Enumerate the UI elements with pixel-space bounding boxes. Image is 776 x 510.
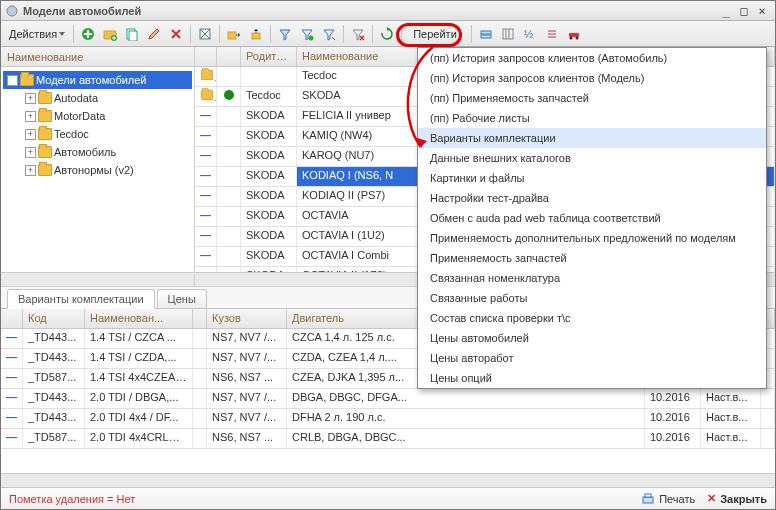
grid-h0[interactable] — [195, 47, 217, 66]
expander-icon[interactable]: + — [25, 165, 36, 176]
tree-item[interactable]: +Автомобиль — [3, 143, 192, 161]
tree-hscroll[interactable] — [1, 272, 194, 286]
svg-rect-14 — [569, 33, 579, 37]
columns-icon[interactable] — [498, 24, 518, 44]
tree-item[interactable]: +Автонормы (v2) — [3, 161, 192, 179]
code-cell: _TD443... — [28, 411, 76, 423]
go-dropdown-menu[interactable]: (пп) История запросов клиентов (Автомоби… — [417, 47, 767, 389]
code-cell: _TD443... — [28, 331, 76, 343]
go-menu-item[interactable]: Применяемость запчастей — [418, 248, 766, 268]
go-menu-item[interactable]: Цены опций — [418, 368, 766, 388]
svg-rect-19 — [645, 494, 651, 497]
expander-icon[interactable]: + — [25, 93, 36, 104]
lh4[interactable]: Кузов — [207, 309, 287, 328]
go-menu-item[interactable]: Применяемость дополнительных предложений… — [418, 228, 766, 248]
model-tree[interactable]: − Модели автомобилей +Autodata+MotorData… — [1, 67, 194, 272]
table-row[interactable]: —_TD587...2.0 TDI 4x4CRLB,...NS6, NS7 ..… — [1, 429, 775, 449]
table-row[interactable]: —_TD443...2.0 TDI / DBGA,...NS7, NV7 /..… — [1, 389, 775, 409]
go-menu-item[interactable]: Связанные работы — [418, 288, 766, 308]
go-menu-item[interactable]: (пп) Применяемость запчастей — [418, 88, 766, 108]
app-window: Модели автомобилей _ □ × Действия Перейт… — [0, 0, 776, 510]
go-menu-item[interactable]: (пп) История запросов клиентов (Автомоби… — [418, 48, 766, 68]
tree-item[interactable]: +MotorData — [3, 107, 192, 125]
item-icon: — — [200, 189, 211, 201]
tree-label: Autodata — [54, 92, 98, 104]
move-icon[interactable] — [224, 24, 244, 44]
minimize-button[interactable]: _ — [717, 4, 735, 18]
settings-icon[interactable] — [476, 24, 496, 44]
grid-h1[interactable] — [217, 47, 241, 66]
copy-icon[interactable] — [122, 24, 142, 44]
expander-icon[interactable]: + — [25, 111, 36, 122]
code-cell: _TD443... — [28, 351, 76, 363]
go-menu-item[interactable]: Связанная номенклатура — [418, 268, 766, 288]
actions-dropdown[interactable]: Действия — [5, 26, 69, 42]
lower-hscroll[interactable] — [1, 473, 775, 487]
level-up-icon[interactable] — [246, 24, 266, 44]
go-menu-item[interactable]: Настройки тест-драйва — [418, 188, 766, 208]
svg-rect-4 — [127, 29, 135, 39]
body-cell: NS7, NV7 /... — [212, 351, 276, 363]
body-cell: NS6, NS7 ... — [212, 371, 273, 383]
car-icon[interactable] — [564, 24, 584, 44]
close-button[interactable]: × — [753, 4, 771, 18]
grid-h2[interactable]: Родите... — [241, 47, 297, 66]
table-row[interactable]: —_TD443...2.0 TDI 4x4 / DF...NS7, NV7 /.… — [1, 409, 775, 429]
go-menu-item[interactable]: (пп) История запросов клиентов (Модель) — [418, 68, 766, 88]
lh3[interactable] — [193, 309, 207, 328]
go-menu-item[interactable]: Обмен с auda pad web таблица соответстви… — [418, 208, 766, 228]
close-form-button[interactable]: ✕ Закрыть — [707, 492, 767, 505]
go-menu-item[interactable]: Состав списка проверки т\с — [418, 308, 766, 328]
folder-icon — [20, 74, 34, 86]
tree-header[interactable]: Наименование — [1, 47, 194, 67]
lh2[interactable]: Наименован... — [85, 309, 193, 328]
print-button[interactable]: Печать — [641, 492, 695, 506]
expander-icon[interactable]: + — [25, 129, 36, 140]
go-menu-item[interactable]: Данные внешних каталогов — [418, 148, 766, 168]
add-folder-icon[interactable] — [100, 24, 120, 44]
toolbar: Действия Перейти ½ — [1, 21, 775, 47]
parent-cell: SKODA — [246, 109, 285, 121]
folder-icon — [38, 164, 52, 176]
expander-icon[interactable]: + — [25, 147, 36, 158]
tab-variants[interactable]: Варианты комплектации — [7, 289, 155, 309]
filter-icon[interactable] — [275, 24, 295, 44]
filter2-icon[interactable] — [297, 24, 317, 44]
parent-cell: SKODA — [246, 149, 285, 161]
go-menu-item[interactable]: Картинки и файлы — [418, 168, 766, 188]
filter3-icon[interactable] — [319, 24, 339, 44]
body-cell: NS7, NV7 /... — [212, 391, 276, 403]
refresh-icon[interactable] — [377, 24, 397, 44]
filter-clear-icon[interactable] — [348, 24, 368, 44]
go-menu-item[interactable]: (пп) Рабочие листы — [418, 108, 766, 128]
fraction-icon[interactable]: ½ — [520, 24, 540, 44]
lh0[interactable] — [1, 309, 23, 328]
now-cell: Наст.в... — [706, 391, 747, 403]
name-cell: 1.4 TSI 4x4CZEA,... — [90, 371, 188, 383]
lh1[interactable]: Код — [23, 309, 85, 328]
tree-root[interactable]: − Модели автомобилей — [3, 71, 192, 89]
svg-point-3 — [111, 35, 117, 41]
go-menu-item[interactable]: Цены авторабот — [418, 348, 766, 368]
tree-label: Tecdoc — [54, 128, 89, 140]
delete-icon[interactable] — [166, 24, 186, 44]
name-cell: OCTAVIA I Combi — [302, 249, 389, 261]
tab-prices[interactable]: Цены — [157, 289, 207, 308]
parent-cell: SKODA — [246, 189, 285, 201]
tree-item[interactable]: +Autodata — [3, 89, 192, 107]
svg-text:½: ½ — [524, 28, 533, 40]
go-menu-item[interactable]: Варианты комплектации — [418, 128, 766, 148]
name-cell: KODIAQ II (PS7) — [302, 189, 385, 201]
hierarchy-icon[interactable] — [195, 24, 215, 44]
tree-item[interactable]: +Tecdoc — [3, 125, 192, 143]
expander-icon[interactable]: − — [7, 75, 18, 86]
parent-cell: SKODA — [246, 209, 285, 221]
chevron-down-icon — [59, 32, 65, 36]
list2-icon[interactable] — [542, 24, 562, 44]
maximize-button[interactable]: □ — [735, 4, 753, 18]
add-icon[interactable] — [78, 24, 98, 44]
go-menu-item[interactable]: Цены автомобилей — [418, 328, 766, 348]
go-dropdown[interactable]: Перейти — [406, 25, 467, 43]
edit-icon[interactable] — [144, 24, 164, 44]
body-cell: NS7, NV7 /... — [212, 411, 276, 423]
